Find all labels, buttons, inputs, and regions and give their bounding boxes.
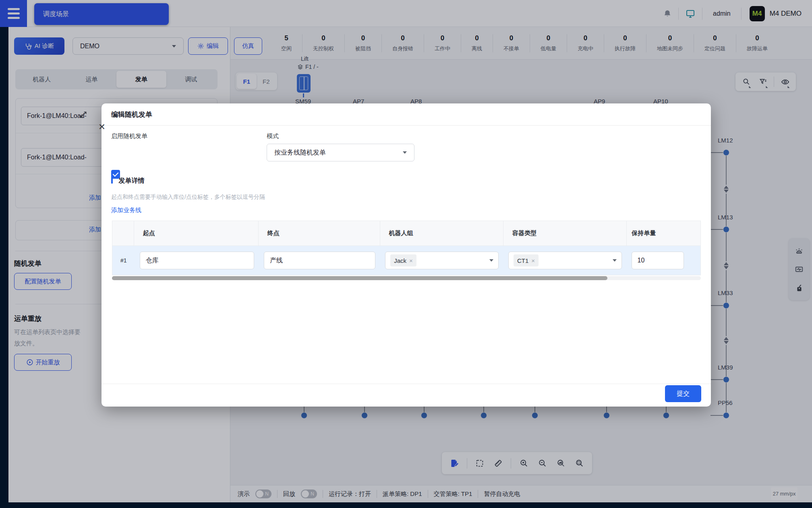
col-start: 起点 bbox=[134, 221, 259, 246]
business-line-table: 起点 终点 机器人组 容器类型 保持单量 #1 Jack× bbox=[112, 221, 701, 275]
chevron-down-icon bbox=[489, 259, 493, 262]
robot-group-tag: Jack× bbox=[390, 254, 416, 266]
mode-select[interactable]: 按业务线随机发单 bbox=[267, 144, 414, 161]
start-point-input[interactable] bbox=[140, 252, 254, 269]
expand-modal-icon[interactable] bbox=[77, 109, 89, 121]
mode-label: 模式 bbox=[267, 132, 279, 140]
enable-random-dispatch-label: 启用随机发单 bbox=[111, 132, 147, 140]
close-modal-icon[interactable]: × bbox=[96, 121, 108, 133]
keep-orders-input[interactable] bbox=[632, 252, 684, 269]
col-container-type: 容器类型 bbox=[503, 221, 627, 246]
robot-group-select[interactable]: Jack× bbox=[385, 252, 499, 269]
col-robot-group: 机器人组 bbox=[380, 221, 503, 246]
remove-tag-icon[interactable]: × bbox=[531, 257, 535, 264]
remove-tag-icon[interactable]: × bbox=[409, 257, 413, 264]
col-keep-orders: 保持单量 bbox=[627, 221, 700, 246]
container-type-select[interactable]: CT1× bbox=[508, 252, 622, 269]
app-screen: 调度场景 admin M4 M4 DEMO AI 诊断 DEMO 编辑 机器 bbox=[0, 0, 812, 508]
container-type-tag: CT1× bbox=[514, 254, 539, 266]
row-index: #1 bbox=[112, 246, 135, 275]
col-end: 终点 bbox=[259, 221, 380, 246]
add-business-line-link[interactable]: 添加业务线 bbox=[111, 207, 141, 214]
dispatch-details-section-title: 发单详情 bbox=[118, 177, 144, 184]
table-row: #1 Jack× CT1× bbox=[112, 246, 700, 275]
dispatch-hint-text: 起点和终点需要手动输入库位/点位标签，多个标签以逗号分隔 bbox=[111, 194, 265, 201]
modal-title: 编辑随机发单 bbox=[111, 103, 152, 126]
chevron-down-icon bbox=[613, 259, 617, 262]
edit-random-dispatch-modal: 编辑随机发单 × 启用随机发单 模式 按业务线随机发单 发单详情 起点和终点需要… bbox=[102, 103, 711, 407]
end-point-input[interactable] bbox=[264, 252, 375, 269]
submit-button[interactable]: 提交 bbox=[665, 385, 701, 402]
chevron-down-icon bbox=[403, 151, 407, 154]
table-horizontal-scrollbar[interactable] bbox=[112, 276, 701, 280]
table-header-row: 起点 终点 机器人组 容器类型 保持单量 bbox=[112, 221, 700, 246]
scrollbar-thumb[interactable] bbox=[112, 276, 607, 280]
